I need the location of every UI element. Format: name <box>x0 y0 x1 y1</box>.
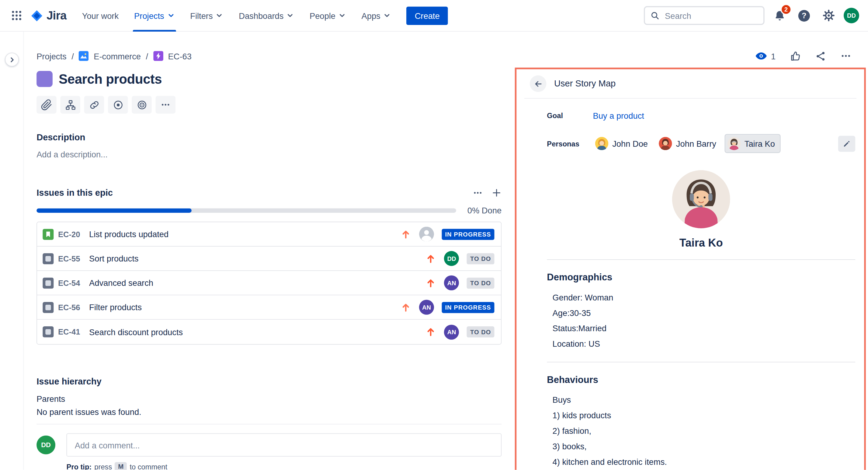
more-actions-button[interactable] <box>840 51 851 61</box>
watchers-count: 1 <box>771 51 776 61</box>
breadcrumb-separator: / <box>146 51 148 61</box>
epic-progress-fill <box>36 208 192 212</box>
issue-key[interactable]: EC-56 <box>58 303 85 312</box>
settings-button[interactable] <box>819 6 838 25</box>
issue-summary[interactable]: Advanced search <box>89 278 426 288</box>
notifications-button[interactable]: 2 <box>771 6 789 25</box>
panel-header: User Story Map <box>517 69 864 98</box>
issue-summary[interactable]: Search discount products <box>89 327 426 337</box>
search-input[interactable] <box>663 10 757 21</box>
issue-key[interactable]: EC-55 <box>58 254 85 263</box>
like-button[interactable] <box>789 50 801 62</box>
issue-detail: Search products <box>36 71 501 470</box>
watch-button[interactable]: 1 <box>755 50 776 62</box>
jira-window: Jira Your work Projects Filters Dashboar… <box>0 0 868 470</box>
like-icon <box>789 50 801 62</box>
nav-filters[interactable]: Filters <box>183 0 231 31</box>
search-box[interactable] <box>644 6 765 25</box>
goal-link[interactable]: Buy a product <box>593 111 644 120</box>
assignee-avatar-unassigned[interactable] <box>419 227 434 241</box>
behaviours-item: 1) kids products <box>553 408 853 423</box>
issue-title[interactable]: Search products <box>59 71 162 87</box>
issue-row[interactable]: EC-55 Sort products DD TO DO <box>37 246 501 271</box>
epic-issue-list: EC-20 List products updated IN PROGRESS <box>36 222 501 345</box>
status-badge[interactable]: TO DO <box>467 326 494 337</box>
epic-progress-row: 0% Done <box>36 205 501 215</box>
attach-button[interactable] <box>36 96 57 114</box>
description-placeholder[interactable]: Add a description... <box>36 149 501 159</box>
issue-row[interactable]: EC-41 Search discount products AN TO DO <box>37 320 501 344</box>
back-icon <box>533 79 543 88</box>
issue-key[interactable]: EC-41 <box>58 327 85 336</box>
more-tools-button[interactable] <box>155 96 176 114</box>
persona-avatar <box>727 137 741 150</box>
persona-chip-john-barry[interactable]: John Barry <box>657 135 721 152</box>
status-badge[interactable]: IN PROGRESS <box>442 229 494 240</box>
nav-dashboards[interactable]: Dashboards <box>231 0 302 31</box>
navbar-right: 2 ? DD <box>644 6 861 25</box>
assignee-avatar[interactable]: AN <box>419 300 434 315</box>
chevron-down-icon <box>383 11 391 19</box>
assignee-avatar[interactable]: AN <box>444 275 459 290</box>
task-type-icon <box>42 253 54 264</box>
breadcrumb-issue-key[interactable]: EC-63 <box>168 51 192 61</box>
issue-row[interactable]: EC-20 List products updated IN PROGRESS <box>37 222 501 246</box>
panel-body: Goal Buy a product Personas John Doe Joh… <box>517 111 864 470</box>
nav-people[interactable]: People <box>302 0 354 31</box>
chevron-down-icon <box>338 11 346 19</box>
collapse-icon <box>8 56 16 63</box>
persona-chip-taira-ko[interactable]: Taira Ko <box>725 135 780 152</box>
issue-summary[interactable]: List products updated <box>89 230 400 239</box>
issue-row[interactable]: EC-56 Filter products AN IN PROGRESS <box>37 295 501 320</box>
expand-sidebar-button[interactable] <box>5 53 19 67</box>
user-avatar[interactable]: DD <box>844 8 859 23</box>
search-icon <box>651 11 659 20</box>
status-badge[interactable]: TO DO <box>467 253 494 264</box>
current-user-avatar[interactable]: DD <box>36 436 55 454</box>
nav-apps[interactable]: Apps <box>354 0 399 31</box>
header-actions: 1 <box>755 50 851 62</box>
attach-icon <box>41 99 52 111</box>
issue-summary[interactable]: Sort products <box>89 254 426 263</box>
section-divider <box>547 362 855 362</box>
nav-projects[interactable]: Projects <box>126 0 183 31</box>
goal-field: Goal Buy a product <box>547 111 855 120</box>
demographics-heading: Demographics <box>547 272 855 283</box>
comment-input[interactable] <box>66 433 501 456</box>
assignee-avatar[interactable]: AN <box>444 324 459 340</box>
status-badge[interactable]: IN PROGRESS <box>442 302 494 313</box>
epic-color-swatch[interactable] <box>36 71 53 87</box>
link-issue-button[interactable] <box>84 96 104 114</box>
issue-key[interactable]: EC-20 <box>58 230 85 238</box>
status-badge[interactable]: TO DO <box>467 277 494 288</box>
share-button[interactable] <box>815 50 826 62</box>
nav-your-work[interactable]: Your work <box>74 0 126 31</box>
back-button[interactable] <box>530 76 547 92</box>
section-divider <box>547 259 855 260</box>
task-type-icon <box>42 326 54 337</box>
demographics-list: Gender: Woman Age:30-35 Status:Married L… <box>547 290 855 352</box>
breadcrumb-project[interactable]: E-commerce <box>94 51 141 61</box>
share-icon <box>815 50 826 62</box>
jira-logo[interactable]: Jira <box>30 8 66 23</box>
breadcrumb-projects[interactable]: Projects <box>36 51 67 61</box>
hierarchy-icon <box>64 99 76 111</box>
section-divider <box>36 424 501 424</box>
chevron-down-icon <box>286 11 294 19</box>
scope-button[interactable] <box>108 96 128 114</box>
issue-key[interactable]: EC-54 <box>58 278 85 287</box>
sidebar-divider <box>23 32 24 470</box>
edit-personas-button[interactable] <box>838 136 855 152</box>
add-child-issue-button[interactable] <box>60 96 80 114</box>
jira-logo-text: Jira <box>46 9 67 22</box>
issue-summary[interactable]: Filter products <box>89 302 400 312</box>
app-switcher-icon[interactable] <box>8 7 25 24</box>
help-button[interactable]: ? <box>795 6 813 25</box>
persona-chip-john-doe[interactable]: John Doe <box>593 135 653 152</box>
add-issue-button[interactable] <box>492 188 501 198</box>
assignee-avatar[interactable]: DD <box>444 251 459 266</box>
create-button[interactable]: Create <box>406 6 448 25</box>
target-button[interactable] <box>132 96 152 114</box>
issue-row[interactable]: EC-54 Advanced search AN TO DO <box>37 271 501 295</box>
epic-issues-more-button[interactable] <box>473 188 483 198</box>
